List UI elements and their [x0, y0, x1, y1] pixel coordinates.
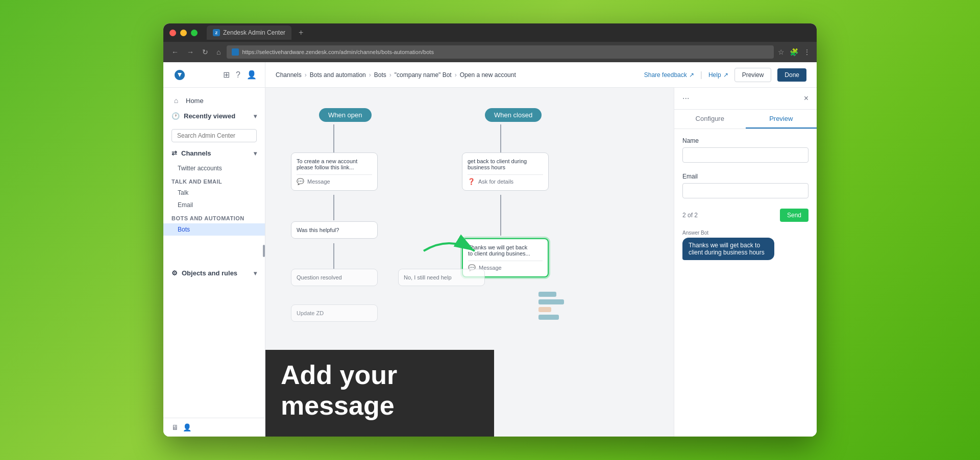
- sidebar-search-input[interactable]: [172, 129, 257, 142]
- preview-button[interactable]: Preview: [734, 68, 772, 82]
- sidebar-item-home[interactable]: ⌂ Home: [163, 92, 265, 109]
- question-resolved-card[interactable]: Question resolved: [291, 269, 378, 286]
- connector-open-3: [333, 243, 334, 269]
- channels-chevron-icon: ▾: [254, 150, 257, 157]
- address-bar-favicon: [232, 48, 239, 56]
- when-closed-pill[interactable]: When closed: [485, 108, 542, 122]
- name-input[interactable]: [682, 147, 808, 163]
- closed-message-card[interactable]: get back to client during business hours…: [462, 152, 549, 191]
- traffic-light-green[interactable]: [191, 30, 198, 36]
- browser-tab[interactable]: Z Zendesk Admin Center: [207, 25, 291, 40]
- sidebar-section-channels[interactable]: ⇄ Channels ▾: [163, 146, 265, 162]
- profile-icon[interactable]: 👤: [183, 423, 191, 431]
- nav-back-button[interactable]: ←: [169, 47, 181, 57]
- panel-close-button[interactable]: ×: [804, 94, 808, 103]
- breadcrumb-sep2: ›: [369, 71, 371, 79]
- nav-forward-button[interactable]: →: [185, 47, 196, 57]
- breadcrumb-open-account[interactable]: Open a new account: [460, 71, 516, 79]
- grid-icon[interactable]: ⊞: [223, 70, 230, 80]
- svg-rect-2: [538, 307, 551, 312]
- closed-card-footer: ❓ Ask for details: [468, 174, 543, 185]
- top-bar-actions: Share feedback ↗ | Help ↗ Preview Done: [644, 68, 806, 82]
- sidebar-talk-email-section: Talk and email: [163, 174, 265, 187]
- address-bar[interactable]: https://selectivehardware.zendesk.com/ad…: [227, 45, 774, 59]
- sidebar-header-icons: ⊞ ? 👤: [223, 70, 257, 80]
- pagination-row: 2 of 2 Send: [682, 209, 808, 222]
- sidebar-search-container: [163, 125, 265, 146]
- email-input[interactable]: [682, 183, 808, 198]
- channels-icon: ⇄: [172, 149, 177, 157]
- screen-icon[interactable]: 🖥: [172, 423, 179, 431]
- breadcrumb-bots[interactable]: Bots: [374, 71, 386, 79]
- sidebar-item-bots[interactable]: Bots: [163, 223, 265, 236]
- nav-refresh-button[interactable]: ↻: [200, 47, 210, 57]
- sidebar-nav: ⌂ Home 🕐 Recently viewed ▾: [163, 88, 265, 418]
- email-field-label: Email: [682, 173, 808, 180]
- sidebar-scrollbar[interactable]: [263, 245, 265, 257]
- when-open-pill[interactable]: When open: [319, 108, 372, 122]
- svg-rect-1: [538, 299, 564, 304]
- tab-preview[interactable]: Preview: [746, 110, 817, 129]
- nav-home-button[interactable]: ⌂: [214, 47, 223, 57]
- panel-options-button[interactable]: ···: [682, 94, 689, 103]
- browser-toolbar-icons: ☆ 🧩 ⋮: [778, 48, 811, 56]
- closed-message-text: get back to client during business hours: [468, 158, 543, 170]
- flow-canvas[interactable]: When open When closed To create a new ac…: [265, 88, 674, 437]
- tab-configure[interactable]: Configure: [674, 110, 746, 129]
- sidebar: ⊞ ? 👤 ⌂ Home 🕐 Recently viewed: [163, 62, 265, 437]
- sidebar-objects-rules[interactable]: ⚙ Objects and rules ▾: [163, 266, 265, 282]
- breadcrumb-channels[interactable]: Channels: [276, 71, 302, 79]
- top-bar: Channels › Bots and automation › Bots › …: [265, 62, 817, 88]
- app-content: ⊞ ? 👤 ⌂ Home 🕐 Recently viewed: [163, 62, 817, 437]
- traffic-light-yellow[interactable]: [180, 30, 187, 36]
- tab-favicon: Z: [213, 29, 220, 36]
- send-button[interactable]: Send: [780, 209, 808, 222]
- chat-message-container: Answer Bot Thanks we will get back to cl…: [682, 230, 808, 260]
- sidebar-item-twitter[interactable]: Twitter accounts: [163, 162, 265, 174]
- star-icon[interactable]: ☆: [778, 48, 785, 56]
- home-icon: ⌂: [172, 96, 181, 105]
- help-icon[interactable]: ?: [236, 70, 240, 80]
- main-area: Channels › Bots and automation › Bots › …: [265, 62, 817, 437]
- question-resolved-text: Question resolved: [297, 274, 372, 280]
- connector-open-1: [333, 124, 334, 152]
- help-link[interactable]: Help ↗: [708, 71, 728, 79]
- overlay-message: Add your message: [265, 350, 494, 437]
- connector-open-2: [333, 195, 334, 220]
- no-help-text: No, I still need help: [404, 274, 479, 280]
- breadcrumb-sep1: ›: [305, 71, 307, 79]
- traffic-light-red[interactable]: [169, 30, 176, 36]
- helpful-text: Was this helpful?: [297, 227, 372, 233]
- message-icon-1: 💬: [297, 178, 304, 185]
- open-message-card[interactable]: To create a new account please follow th…: [291, 152, 378, 191]
- helpful-card[interactable]: Was this helpful?: [291, 221, 378, 239]
- connector-closed-1: [500, 124, 501, 152]
- update-zd-card[interactable]: Update ZD: [291, 304, 378, 322]
- name-field-container: Name: [682, 137, 808, 163]
- no-help-card[interactable]: No, I still need help: [398, 269, 485, 286]
- sidebar-recently-viewed[interactable]: 🕐 Recently viewed ▾: [163, 109, 265, 125]
- svg-rect-0: [538, 292, 556, 297]
- breadcrumb-bots-automation[interactable]: Bots and automation: [310, 71, 366, 79]
- pagination-text: 2 of 2: [682, 212, 698, 219]
- browser-window: Z Zendesk Admin Center + ← → ↻ ⌂ https:/…: [163, 23, 817, 437]
- external-link-icon: ↗: [689, 71, 694, 79]
- help-external-icon: ↗: [723, 71, 728, 79]
- browser-chrome: Z Zendesk Admin Center +: [163, 23, 817, 42]
- user-avatar-icon[interactable]: 👤: [247, 70, 257, 80]
- side-panel: ··· × Configure Preview Name: [674, 88, 817, 437]
- overlay-line1: Add your: [281, 360, 479, 391]
- done-button[interactable]: Done: [777, 68, 806, 82]
- sidebar-item-talk[interactable]: Talk: [163, 187, 265, 199]
- share-feedback-link[interactable]: Share feedback ↗: [644, 71, 694, 79]
- menu-icon[interactable]: ⋮: [803, 48, 811, 56]
- breadcrumb: Channels › Bots and automation › Bots › …: [276, 71, 516, 79]
- divider1: |: [700, 70, 702, 80]
- objects-rules-header: ⚙ Objects and rules ▾: [172, 269, 257, 277]
- breadcrumb-company-bot[interactable]: "company name" Bot: [395, 71, 452, 79]
- clock-icon: 🕐: [172, 112, 180, 120]
- connector-closed-2: [500, 195, 501, 236]
- new-tab-button[interactable]: +: [299, 28, 303, 37]
- extension-icon[interactable]: 🧩: [790, 48, 798, 56]
- sidebar-item-email[interactable]: Email: [163, 199, 265, 211]
